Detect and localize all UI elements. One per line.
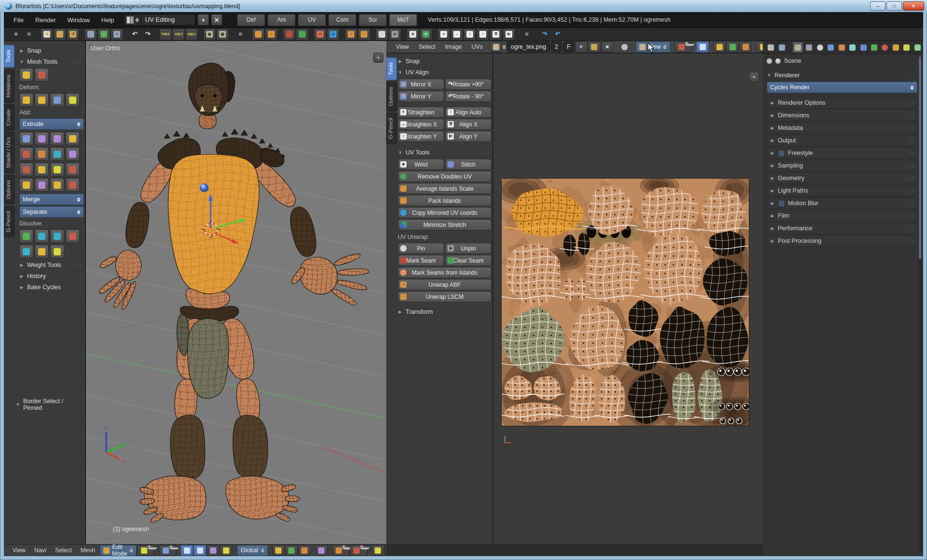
bend-icon[interactable] <box>66 93 80 107</box>
open-image-button[interactable] <box>588 42 601 53</box>
unpin-button[interactable]: ➤Unpin <box>445 243 492 254</box>
edge-select-mode-icon[interactable] <box>285 545 298 556</box>
pin-icon[interactable] <box>376 28 388 41</box>
split-faces-icon[interactable] <box>50 245 64 258</box>
straighten-button[interactable]: +Straighten <box>398 107 444 118</box>
rotate-minus-90-icon[interactable]: ↶ <box>551 28 564 41</box>
subdivide-icon[interactable] <box>19 163 33 176</box>
knife-project-icon[interactable] <box>19 178 33 192</box>
align-x-icon[interactable]: ⇈ <box>490 28 502 41</box>
uv-panel-snap[interactable]: ▶Snap:::: <box>398 56 492 67</box>
viewport-shading-icon[interactable] <box>137 545 154 556</box>
viewport-3d[interactable]: User Ortho (1) ogremesh + <box>86 41 386 544</box>
properties-tab-properties-display[interactable] <box>776 42 787 53</box>
rotate-plus-90-icon[interactable]: ↷ <box>538 28 551 41</box>
minimize-stretch-button[interactable]: Minimize Stretch <box>398 219 492 230</box>
properties-tab-world[interactable] <box>826 42 836 53</box>
unlink-image-button[interactable]: ✕ <box>601 42 614 53</box>
viewport-3d-canvas[interactable] <box>86 41 386 544</box>
panel-freestyle[interactable]: ▶Freestyle:::: <box>767 147 917 159</box>
mirror-x-button[interactable]: XMirror X <box>398 79 444 90</box>
align-x-button[interactable]: ⇈Align X <box>445 119 492 130</box>
shrink-fatten-icon[interactable] <box>19 93 33 107</box>
align-auto-icon[interactable]: ↑ <box>477 28 489 41</box>
vertex-select-mode-icon[interactable] <box>272 545 285 556</box>
extrude-dropdown[interactable]: Extrude <box>19 118 84 130</box>
loop-cut-icon[interactable] <box>66 163 80 176</box>
unwrap-abf-button[interactable]: +Unwrap ABF <box>398 279 492 290</box>
layout-name[interactable]: UV Editing <box>141 14 196 26</box>
properties-tab-particles[interactable] <box>901 42 912 53</box>
dissolve-edges-icon[interactable] <box>35 229 49 243</box>
uv-menu-view[interactable]: View <box>396 43 409 50</box>
uv-menu-uvs[interactable]: UVs <box>471 43 483 50</box>
uv-panel-align[interactable]: ▼UV Align:::: <box>398 67 492 78</box>
copy-mirrored-uv-icon[interactable]: O <box>327 28 339 41</box>
stitch-button[interactable]: Stitch <box>445 159 492 170</box>
uv-shelf-tab-g-pencil[interactable]: G-Pencil <box>386 113 397 144</box>
image-browse-button[interactable] <box>490 42 502 53</box>
properties-tab-outliner[interactable] <box>766 42 776 53</box>
knife-icon[interactable] <box>35 163 49 176</box>
screen-layout-selector[interactable] <box>124 14 141 26</box>
menu-icon[interactable]: ≡ <box>23 28 35 41</box>
unwrap-lscm-icon[interactable]: + <box>358 28 370 41</box>
open-file-icon[interactable] <box>54 28 66 41</box>
smooth-vertex-icon[interactable] <box>19 68 33 82</box>
shelf-tab-create[interactable]: Create <box>4 104 14 131</box>
uv-image-area[interactable]: + <box>493 54 763 544</box>
align-auto-button[interactable]: ↑Align Auto <box>445 107 492 118</box>
face-select-mode-icon[interactable] <box>739 42 752 53</box>
menu-window[interactable]: Window <box>68 16 90 24</box>
align-y-icon[interactable]: ⇇ <box>503 28 515 41</box>
shelf-tab-relations[interactable]: Relations <box>4 70 14 102</box>
panel-history[interactable]: ▶History:::: <box>19 270 84 281</box>
panel-metadata[interactable]: ▶Metadata:::: <box>767 122 917 134</box>
panel-performance[interactable]: ▶Performance:::: <box>767 223 917 234</box>
edge-select-mode-icon[interactable] <box>726 42 739 53</box>
remove-doubles-uv-button[interactable]: Remove Doubles UV <box>398 171 492 182</box>
scene-tab-uv[interactable]: UV <box>298 14 326 26</box>
orientation-dropdown[interactable]: Global <box>237 545 267 556</box>
shelf-tab-shade-uvs[interactable]: Shade / UVs <box>4 132 14 173</box>
menu-icon[interactable]: ≡ <box>234 28 247 41</box>
shelf-tab-tools[interactable]: Tools <box>4 45 14 68</box>
pack-islands-icon[interactable] <box>252 28 265 41</box>
pin-icon[interactable] <box>767 58 772 64</box>
unsubdivide-icon[interactable] <box>35 245 49 258</box>
pack-islands-button[interactable]: Pack Islands <box>398 195 492 206</box>
manipulator-translate-icon[interactable] <box>194 545 206 556</box>
manipulator-axes-icon[interactable] <box>181 545 193 556</box>
pin-image-icon[interactable] <box>618 42 631 53</box>
new-file-icon[interactable]: + <box>41 28 53 41</box>
panel-renderer[interactable]: ▼Renderer:::: <box>767 70 917 81</box>
manipulator-rotate-icon[interactable] <box>207 545 219 556</box>
panel-dimensions[interactable]: ▶Dimensions:::: <box>767 110 917 121</box>
save-incremental-icon[interactable]: ↓ <box>98 28 110 41</box>
pivot-point-icon[interactable] <box>159 545 176 556</box>
render-engine-dropdown[interactable]: Cycles Render <box>767 82 917 93</box>
add-layout-button[interactable]: + <box>197 14 209 26</box>
rip-vertices-icon[interactable] <box>50 163 64 176</box>
mark-seams-from-islands-button[interactable]: Mark Seams from Islands <box>398 267 492 278</box>
align-y-button[interactable]: ⇇Align Y <box>445 131 492 142</box>
image-name-field[interactable]: ogre_tex.png <box>507 42 550 52</box>
render-animation-icon[interactable]: ▣ <box>216 28 229 41</box>
proportional-falloff-icon[interactable] <box>350 545 367 556</box>
panel-sampling[interactable]: ▶Sampling:::: <box>767 160 917 171</box>
face-select-mode-icon[interactable] <box>298 545 311 556</box>
straighten-icon[interactable]: + <box>437 28 450 41</box>
properties-tab-scene[interactable] <box>815 42 825 53</box>
mark-seams-from-islands-icon[interactable]: O <box>314 28 326 41</box>
properties-tab-object[interactable] <box>837 42 847 53</box>
export-alembic-icon[interactable]: ABC <box>185 28 198 41</box>
merge-dropdown[interactable]: Merge <box>19 194 84 205</box>
scene-tab-scr[interactable]: Scr <box>359 14 387 26</box>
footer-menu-select[interactable]: Select <box>55 547 72 554</box>
freestyle-checkbox[interactable] <box>778 150 785 157</box>
image-users-button[interactable]: 2 <box>551 42 562 52</box>
mark-seam-icon[interactable] <box>283 28 295 41</box>
straighten-x-button[interactable]: ↔Straighten X <box>398 119 444 130</box>
edge-collapse-icon[interactable] <box>19 245 33 258</box>
render-still-icon[interactable]: ◉ <box>203 28 216 41</box>
